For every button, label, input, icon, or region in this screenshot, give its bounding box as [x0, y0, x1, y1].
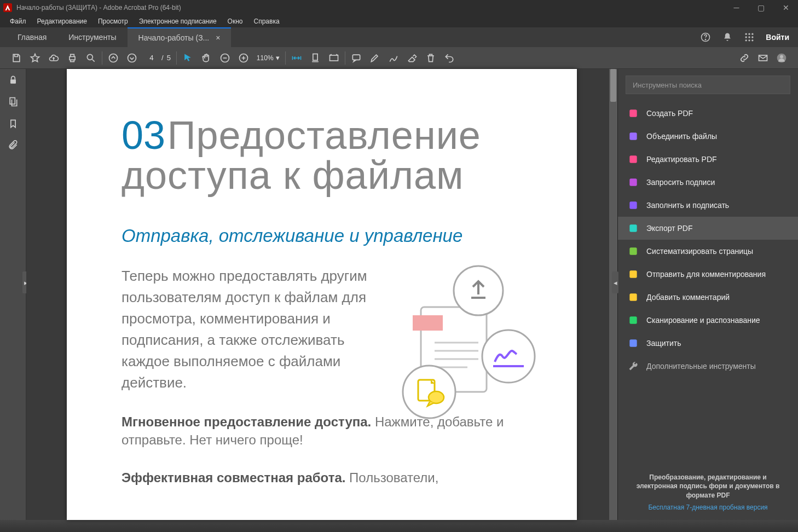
search-placeholder: Инструменты поиска [633, 81, 702, 89]
fit-page-icon[interactable] [310, 53, 321, 63]
svg-rect-39 [629, 155, 637, 163]
svg-rect-44 [629, 270, 637, 277]
fit-width-icon[interactable] [291, 53, 302, 63]
menu-help[interactable]: Справка [250, 16, 284, 26]
tool-item[interactable]: Запросить подписи [618, 171, 798, 194]
close-button[interactable]: ✕ [773, 0, 798, 15]
cloud-icon[interactable] [48, 53, 59, 63]
minimize-button[interactable]: ─ [724, 0, 749, 15]
trial-link[interactable]: Бесплатная 7-дневная пробная версия [618, 504, 798, 513]
page-down-icon[interactable] [126, 53, 137, 63]
print-icon[interactable] [67, 53, 78, 63]
page-sep: / [161, 54, 164, 62]
page-current-input[interactable] [145, 54, 158, 62]
tool-icon [628, 246, 639, 257]
body-paragraph: Теперь можно предоставлять другим пользо… [122, 265, 373, 394]
apps-icon[interactable] [744, 32, 755, 43]
erase-icon[interactable] [407, 53, 418, 63]
maximize-button[interactable]: ▢ [749, 0, 773, 15]
zoom-dropdown[interactable]: 110% ▾ [257, 54, 280, 62]
tool-item[interactable]: Заполнить и подписать [618, 194, 798, 217]
menu-window[interactable]: Окно [223, 16, 247, 26]
menu-file[interactable]: Файл [5, 16, 31, 26]
tool-item[interactable]: Добавить комментарий [618, 286, 798, 309]
right-collapse-handle[interactable]: ◂ [612, 271, 618, 293]
pointer-icon[interactable] [182, 53, 193, 63]
signin-button[interactable]: Войти [766, 33, 789, 42]
svg-point-9 [749, 39, 750, 41]
left-rail: ▸ [0, 69, 26, 520]
link-icon[interactable] [739, 53, 750, 63]
tool-item[interactable]: Редактировать PDF [618, 148, 798, 171]
svg-rect-43 [629, 247, 637, 255]
p3-text: Пользователи, [345, 470, 438, 485]
tool-item[interactable]: Отправить для комментирования [618, 263, 798, 286]
svg-rect-41 [629, 201, 637, 209]
attachment-icon[interactable] [8, 140, 19, 151]
svg-point-5 [745, 36, 747, 38]
mail-icon[interactable] [757, 53, 768, 63]
chevron-down-icon: ▾ [276, 54, 280, 62]
tool-item[interactable]: Сканирование и распознавание [618, 309, 798, 332]
svg-point-3 [749, 33, 750, 35]
menu-view[interactable]: Просмотр [94, 16, 132, 26]
heading-line2: доступа к файлам [122, 153, 577, 198]
svg-point-2 [745, 33, 747, 35]
tools-search-input[interactable]: Инструменты поиска [626, 76, 790, 94]
scrollbar-thumb[interactable] [610, 69, 616, 102]
help-icon[interactable] [700, 32, 711, 43]
document-viewport[interactable]: 03 Предоставление доступа к файлам Отпра… [26, 69, 617, 520]
svg-rect-11 [70, 56, 75, 60]
thumbnails-icon[interactable] [8, 96, 19, 107]
tab-document[interactable]: Начало-работы (З... × [128, 27, 232, 47]
save-icon[interactable] [11, 53, 22, 63]
app-icon [3, 3, 12, 12]
zoom-in-icon[interactable] [238, 53, 249, 63]
search-icon[interactable] [85, 53, 96, 63]
tool-item[interactable]: Защитить [618, 332, 798, 355]
tab-home[interactable]: Главная [7, 27, 57, 47]
tab-close-icon[interactable]: × [216, 33, 220, 42]
svg-point-10 [751, 39, 753, 41]
star-icon[interactable] [30, 53, 41, 63]
more-tools[interactable]: Дополнительные инструменты [618, 355, 798, 378]
tool-label: Редактировать PDF [646, 155, 717, 164]
profile-icon[interactable] [776, 53, 787, 63]
read-mode-icon[interactable] [328, 53, 339, 63]
svg-rect-18 [329, 55, 338, 61]
tool-label: Запросить подписи [646, 178, 715, 187]
draw-icon[interactable] [388, 53, 399, 63]
vertical-scrollbar[interactable] [609, 69, 617, 520]
comment-icon[interactable] [351, 53, 362, 63]
page-up-icon[interactable] [108, 53, 119, 63]
hand-icon[interactable] [201, 53, 212, 63]
taskbar [0, 520, 798, 532]
tool-item[interactable]: Систематизировать страницы [618, 240, 798, 263]
delete-icon[interactable] [425, 53, 436, 63]
wrench-icon [628, 361, 639, 372]
menu-edit[interactable]: Редактирование [33, 16, 91, 26]
toolbar: / 5 110% ▾ [0, 47, 798, 69]
menu-esign[interactable]: Электронное подписание [135, 16, 221, 26]
tool-icon [628, 338, 639, 349]
tool-item[interactable]: Экспорт PDF [618, 217, 798, 240]
tool-item[interactable]: Создать PDF [618, 102, 798, 125]
tool-icon [628, 269, 639, 280]
bell-icon[interactable] [722, 32, 733, 43]
highlight-icon[interactable] [369, 53, 380, 63]
tool-item[interactable]: Объединить файлы [618, 125, 798, 148]
undo-icon[interactable] [444, 53, 455, 63]
page-total: 5 [167, 54, 171, 62]
tool-label: Отправить для комментирования [646, 270, 766, 279]
tool-icon [628, 154, 639, 165]
lock-icon[interactable] [8, 74, 19, 85]
tab-tools[interactable]: Инструменты [57, 27, 127, 47]
svg-point-14 [128, 54, 136, 62]
tool-label: Сканирование и распознавание [646, 316, 760, 325]
bookmark-icon[interactable] [8, 118, 19, 129]
tool-label: Экспорт PDF [646, 224, 693, 233]
svg-point-7 [751, 36, 753, 38]
tool-icon [628, 177, 639, 188]
zoom-out-icon[interactable] [219, 53, 230, 63]
svg-rect-19 [352, 55, 360, 60]
